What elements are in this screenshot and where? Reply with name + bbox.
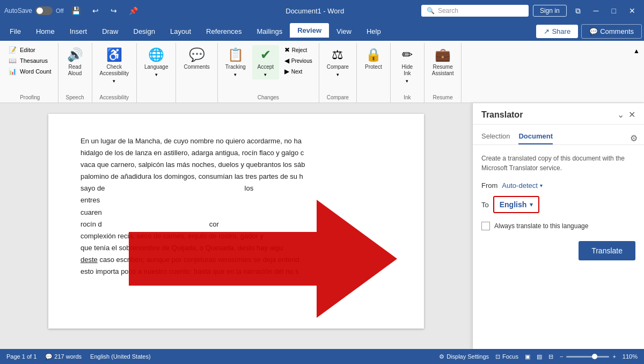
resume-assistant-btn[interactable]: 💼 ResumeAssistant bbox=[428, 45, 458, 79]
close-button[interactable]: ✕ bbox=[625, 4, 640, 17]
proofing-label: Proofing bbox=[5, 93, 55, 103]
ribbon-ink: ✏ HideInk ▾ Ink bbox=[391, 43, 425, 103]
ribbon-collapse[interactable]: ▲ bbox=[629, 43, 644, 103]
share-button[interactable]: ↗ Share bbox=[536, 25, 578, 38]
menu-home[interactable]: Home bbox=[28, 24, 62, 39]
undo-button[interactable]: ↩ bbox=[88, 4, 103, 17]
read-aloud-label: ReadAloud bbox=[68, 64, 82, 77]
view-icon2[interactable]: ▤ bbox=[537, 353, 542, 360]
translator-close-button[interactable]: ✕ bbox=[628, 110, 635, 120]
editor-btn[interactable]: 📝 Editor bbox=[5, 45, 55, 55]
thesaurus-icon: 📖 bbox=[9, 57, 17, 64]
tracking-btn[interactable]: 📋 Tracking ▾ bbox=[221, 45, 250, 79]
translator-chevron-icon[interactable]: ⌄ bbox=[617, 110, 624, 120]
thesaurus-btn[interactable]: 📖 Thesaurus bbox=[5, 56, 55, 65]
save-button[interactable]: 💾 bbox=[67, 4, 85, 17]
word-count-btn[interactable]: 📊 Word Count bbox=[5, 67, 55, 76]
language-chevron: ▾ bbox=[155, 72, 158, 77]
restore-button[interactable]: ⧉ bbox=[571, 4, 585, 18]
zoom-plus-btn[interactable]: + bbox=[612, 353, 616, 360]
read-aloud-btn[interactable]: 🔊 ReadAloud bbox=[62, 45, 89, 79]
hide-ink-btn[interactable]: ✏ HideInk ▾ bbox=[394, 45, 421, 86]
zoom-slider[interactable]: − + bbox=[560, 353, 616, 360]
ribbon-proofing: 📝 Editor 📖 Thesaurus 📊 Word Count Proofi… bbox=[2, 43, 58, 103]
signin-button[interactable]: Sign in bbox=[533, 5, 567, 17]
check-accessibility-btn[interactable]: ♿ CheckAccessibility ▾ bbox=[96, 45, 133, 86]
menu-review[interactable]: Review bbox=[290, 23, 329, 39]
menu-help[interactable]: Help bbox=[359, 24, 389, 39]
document-text: En un lugar de la Mancha, de cuyo nombre… bbox=[80, 135, 392, 278]
always-translate-checkbox[interactable] bbox=[481, 222, 490, 230]
reject-btn[interactable]: ✖ Reject bbox=[281, 45, 316, 55]
ribbon: 📝 Editor 📖 Thesaurus 📊 Word Count Proofi… bbox=[0, 41, 644, 103]
display-settings-btn[interactable]: ⚙ Display Settings bbox=[439, 353, 489, 360]
accept-group: ✔ Accept ▾ bbox=[252, 45, 279, 79]
word-count-label: Word Count bbox=[20, 68, 52, 75]
settings-icon[interactable]: ⚙ bbox=[630, 133, 638, 143]
menu-insert[interactable]: Insert bbox=[62, 24, 95, 39]
menu-view[interactable]: View bbox=[329, 24, 359, 39]
menu-mailings[interactable]: Mailings bbox=[250, 24, 290, 39]
menu-bar: File Home Insert Draw Design Layout Refe… bbox=[0, 21, 644, 41]
title-bar: AutoSave Off 💾 ↩ ↪ 📌 Document1 - Word 🔍 … bbox=[0, 0, 644, 21]
always-translate-row: Always translate to this language bbox=[481, 222, 635, 230]
redo-button[interactable]: ↪ bbox=[106, 4, 121, 17]
next-btn[interactable]: ▶ Next bbox=[281, 67, 316, 76]
view-icon3[interactable]: ⊟ bbox=[548, 353, 553, 360]
hide-ink-icon: ✏ bbox=[402, 47, 413, 62]
tab-selection[interactable]: Selection bbox=[481, 129, 510, 144]
comments-button[interactable]: 💬 Comments bbox=[581, 24, 642, 39]
menu-layout[interactable]: Layout bbox=[163, 24, 199, 39]
editor-icon: 📝 bbox=[9, 46, 17, 54]
from-dropdown-arrow: ▾ bbox=[540, 183, 543, 188]
search-box[interactable]: 🔍 Search bbox=[421, 5, 529, 17]
maximize-button[interactable]: □ bbox=[608, 4, 620, 17]
view-icon[interactable]: ▣ bbox=[525, 353, 530, 360]
share-icon: ↗ bbox=[544, 27, 550, 35]
accessibility-icon: ♿ bbox=[106, 47, 122, 62]
to-row: To English ▾ bbox=[481, 196, 635, 213]
previous-btn[interactable]: ◀ Previous bbox=[281, 56, 316, 65]
thesaurus-label: Thesaurus bbox=[20, 57, 48, 64]
zoom-thumb[interactable] bbox=[592, 354, 597, 359]
hide-ink-chevron: ▾ bbox=[406, 78, 408, 84]
protect-btn[interactable]: 🔒 Protect bbox=[360, 45, 387, 72]
menu-references[interactable]: References bbox=[199, 24, 249, 39]
zoom-minus-btn[interactable]: − bbox=[560, 353, 563, 360]
resume-label: ResumeAssistant bbox=[432, 64, 454, 77]
speech-label: Speech bbox=[62, 93, 89, 103]
ink-label: Ink bbox=[394, 93, 421, 103]
from-language-dropdown[interactable]: Auto-detect ▾ bbox=[502, 181, 543, 190]
comments-ribbon-btn[interactable]: 💬 Comments bbox=[179, 45, 214, 72]
tab-document[interactable]: Document bbox=[518, 129, 553, 144]
to-dropdown-arrow: ▾ bbox=[530, 201, 533, 208]
accessibility-chevron: ▾ bbox=[113, 78, 115, 84]
menu-file[interactable]: File bbox=[2, 24, 28, 39]
focus-btn[interactable]: ⊡ Focus bbox=[495, 353, 518, 360]
next-label: Next bbox=[291, 69, 303, 75]
translator-header-right: ⌄ ✕ bbox=[617, 110, 635, 120]
translate-button[interactable]: Translate bbox=[579, 241, 635, 260]
translator-description: Create a translated copy of this documen… bbox=[481, 154, 635, 173]
reject-label: Reject bbox=[292, 47, 307, 53]
menu-draw[interactable]: Draw bbox=[94, 24, 126, 39]
pin-button[interactable]: 📌 bbox=[125, 4, 142, 17]
translator-tabs: Selection Document ⚙ bbox=[473, 125, 644, 145]
search-placeholder: Search bbox=[438, 7, 458, 14]
language-group-label bbox=[140, 99, 173, 103]
zoom-track[interactable] bbox=[566, 356, 609, 358]
autosave-toggle[interactable] bbox=[35, 6, 53, 15]
translator-panel: Translator ⌄ ✕ Selection Document ⚙ Crea… bbox=[472, 103, 644, 349]
compare-btn[interactable]: ⚖ Compare ▾ bbox=[323, 45, 353, 79]
to-language-dropdown[interactable]: English ▾ bbox=[493, 196, 540, 213]
minimize-button[interactable]: ─ bbox=[589, 4, 603, 17]
accept-chevron: ▾ bbox=[264, 72, 267, 77]
search-icon: 🔍 bbox=[427, 7, 435, 14]
focus-icon: ⊡ bbox=[495, 353, 500, 360]
hide-ink-label: HideInk bbox=[402, 64, 413, 77]
compare-label: Compare bbox=[327, 64, 349, 70]
accept-btn[interactable]: ✔ Accept ▾ bbox=[252, 45, 279, 79]
language-btn[interactable]: 🌐 Language ▾ bbox=[140, 45, 173, 79]
zoom-level: 110% bbox=[623, 353, 638, 360]
menu-design[interactable]: Design bbox=[126, 24, 163, 39]
